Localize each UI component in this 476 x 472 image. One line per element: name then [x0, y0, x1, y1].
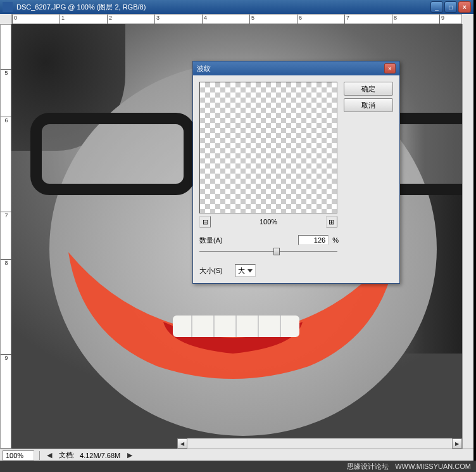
ruler-tick: 4 [202, 15, 207, 25]
ruler-tick: 3 [154, 15, 160, 25]
amount-label: 数量(A) [199, 236, 231, 245]
titlebar[interactable]: DSC_6207.JPG @ 100% (图层 2, RGB/8) _ □ × [0, 0, 473, 14]
ruler-tick: 5 [249, 15, 254, 25]
ruler-tick: 9 [439, 15, 444, 25]
minimize-button[interactable]: _ [430, 1, 443, 13]
ripple-dialog: 波纹 × ⊟ 100% ⊞ 数量(A) 126 % 大小(S) [192, 61, 400, 284]
status-nav-right[interactable]: ▶ [125, 451, 134, 460]
dialog-title: 波纹 [197, 64, 384, 73]
scroll-left-button[interactable]: ◀ [177, 438, 187, 449]
ruler-tick: 8 [1, 259, 12, 266]
cancel-button[interactable]: 取消 [344, 98, 393, 112]
slider-thumb[interactable] [273, 248, 280, 255]
doc-label: 文档: [59, 450, 75, 460]
dialog-titlebar[interactable]: 波纹 × [193, 61, 399, 75]
scrollbar-horizontal[interactable]: ◀ ▶ [177, 438, 462, 449]
size-value: 大 [238, 266, 245, 276]
zoom-in-button[interactable]: ⊞ [326, 216, 337, 227]
scroll-right-button[interactable]: ▶ [452, 438, 462, 449]
watermark: 思缘设计论坛 WWW.MISSYUAN.COM [0, 461, 476, 472]
size-label: 大小(S) [199, 266, 231, 276]
maximize-button[interactable]: □ [444, 1, 457, 13]
zoom-out-button[interactable]: ⊟ [199, 216, 211, 227]
ruler-tick: 6 [297, 15, 302, 25]
dialog-close-button[interactable]: × [384, 63, 396, 73]
ruler-tick: 6 [1, 117, 12, 124]
ruler-tick: 5 [1, 69, 12, 76]
watermark-url: WWW.MISSYUAN.COM [395, 462, 471, 470]
amount-slider[interactable] [199, 246, 337, 257]
window-title: DSC_6207.JPG @ 100% (图层 2, RGB/8) [16, 3, 430, 12]
app-icon [3, 2, 13, 12]
statusbar: 100% ◀ 文档: 4.12M/7.68M ▶ ◀ ▶ [0, 449, 473, 461]
doc-size: 4.12M/7.68M [80, 452, 120, 459]
ruler-tick: 7 [1, 212, 12, 219]
chevron-down-icon [247, 269, 253, 272]
scrollbar-vertical[interactable] [462, 24, 473, 449]
filter-preview[interactable] [199, 82, 337, 214]
ruler-vertical[interactable]: 5 6 7 8 9 [0, 24, 11, 449]
ruler-tick: 7 [344, 15, 349, 25]
status-nav-left[interactable]: ◀ [45, 451, 54, 460]
ruler-horizontal[interactable]: 0 1 2 3 4 5 6 7 8 9 [11, 14, 462, 24]
close-button[interactable]: × [458, 1, 471, 13]
size-select[interactable]: 大 [235, 264, 256, 277]
amount-input[interactable]: 126 [298, 235, 329, 245]
ok-button[interactable]: 确定 [344, 82, 393, 96]
ruler-tick: 2 [107, 15, 112, 25]
watermark-text: 思缘设计论坛 [347, 462, 389, 471]
ruler-tick: 0 [12, 15, 17, 25]
ruler-tick: 9 [1, 354, 12, 361]
preview-zoom: 100% [260, 218, 277, 226]
amount-unit: % [332, 236, 339, 244]
zoom-field[interactable]: 100% [3, 450, 34, 461]
ruler-tick: 8 [392, 15, 397, 25]
ruler-tick: 1 [60, 15, 65, 25]
